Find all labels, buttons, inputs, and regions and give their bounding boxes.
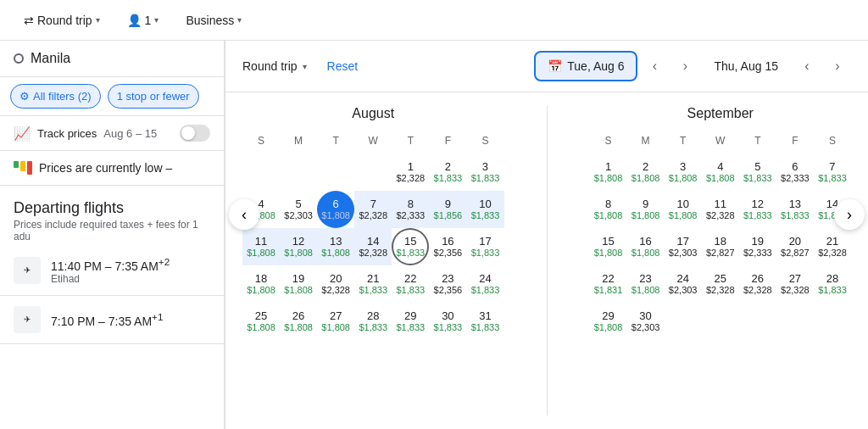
day-cell[interactable]: 27$2,328 xyxy=(776,265,814,303)
day-cell[interactable]: 19$1,808 xyxy=(280,265,317,303)
day-cell[interactable]: 26$2,328 xyxy=(739,265,776,303)
day-cell[interactable]: 15$1,808 xyxy=(590,228,627,265)
day-number: 27 xyxy=(789,272,801,286)
day-cell[interactable]: 6$1,808 xyxy=(317,191,354,228)
day-cell[interactable]: 1$2,328 xyxy=(392,153,429,191)
day-cell[interactable]: 29$1,808 xyxy=(590,303,627,340)
calendar-prev-button[interactable]: ‹ xyxy=(229,199,259,230)
day-cell[interactable]: 11$2,328 xyxy=(702,191,739,228)
departing-title: Departing flights xyxy=(14,199,210,217)
day-cell[interactable]: 29$1,833 xyxy=(392,303,429,340)
day-cell[interactable]: 25$1,808 xyxy=(242,303,280,340)
all-filters-button[interactable]: ⚙ All filters (2) xyxy=(10,84,101,109)
day-price: $2,328 xyxy=(818,248,847,259)
passengers-button[interactable]: 👤 1 ▾ xyxy=(117,8,170,32)
day-price: $1,833 xyxy=(471,322,500,333)
cal-trip-selector[interactable]: Round trip ▾ xyxy=(242,59,307,73)
day-cell[interactable]: 3$1,833 xyxy=(466,153,504,191)
day-cell[interactable]: 6$2,333 xyxy=(776,153,814,191)
day-cell[interactable]: 19$2,333 xyxy=(739,228,776,265)
day-cell[interactable]: 22$1,833 xyxy=(392,265,429,303)
day-cell[interactable]: 18$1,808 xyxy=(242,265,280,303)
filters-row: ⚙ All filters (2) 1 stop or fewer xyxy=(0,77,224,116)
day-cell[interactable]: 2$1,833 xyxy=(429,153,466,191)
day-cell[interactable]: 25$2,328 xyxy=(702,265,739,303)
trip-type-button[interactable]: ⇄ Round trip ▾ xyxy=(14,8,110,32)
date-to-prev[interactable]: ‹ xyxy=(793,53,821,80)
day-cell[interactable]: 3$1,808 xyxy=(665,153,702,191)
left-panel: Manila ⚙ All filters (2) 1 stop or fewer… xyxy=(0,41,225,429)
day-cell[interactable]: 24$2,303 xyxy=(665,265,702,303)
day-cell[interactable]: 23$1,808 xyxy=(627,265,665,303)
day-cell[interactable]: 30$1,833 xyxy=(429,303,466,340)
day-cell[interactable]: 28$1,833 xyxy=(814,265,851,303)
day-cell[interactable]: 20$2,328 xyxy=(317,265,354,303)
day-number: 4 xyxy=(258,198,264,211)
date-from-next[interactable]: › xyxy=(671,53,698,80)
track-prices-toggle[interactable] xyxy=(180,125,210,142)
day-cell[interactable]: 13$1,808 xyxy=(317,228,354,265)
calendar-next-button[interactable]: › xyxy=(834,199,865,230)
day-cell[interactable]: 4$1,808 xyxy=(702,153,739,191)
day-number: 24 xyxy=(676,272,688,286)
day-cell[interactable]: 15$1,833 xyxy=(392,228,429,265)
day-cell[interactable]: 28$1,833 xyxy=(354,303,392,340)
date-to-button[interactable]: Thu, Aug 15 xyxy=(702,53,790,80)
empty-cell xyxy=(354,153,392,191)
reset-button[interactable]: Reset xyxy=(327,59,359,73)
day-cell[interactable]: 7$2,328 xyxy=(354,191,392,228)
day-number: 25 xyxy=(715,272,726,286)
day-cell[interactable]: 21$2,328 xyxy=(814,228,851,265)
day-cell[interactable]: 17$1,833 xyxy=(466,228,504,265)
day-cell[interactable]: 23$2,356 xyxy=(429,265,466,303)
day-cell[interactable]: 14$2,328 xyxy=(354,228,392,265)
passengers-chevron: ▾ xyxy=(154,15,159,25)
day-cell[interactable]: 8$1,808 xyxy=(590,191,627,228)
day-cell[interactable]: 16$2,356 xyxy=(429,228,466,265)
calendar-divider xyxy=(547,106,548,415)
day-cell[interactable]: 12$1,808 xyxy=(280,228,317,265)
flight-time-1: 11:40 PM – 7:35 AM+2 xyxy=(51,256,210,273)
stop-filter-button[interactable]: 1 stop or fewer xyxy=(108,84,199,109)
date-to-next[interactable]: › xyxy=(824,53,851,80)
day-cell[interactable]: 24$1,833 xyxy=(466,265,504,303)
day-price: $2,328 xyxy=(706,285,735,296)
day-price: $1,833 xyxy=(471,173,500,184)
day-cell[interactable]: 9$1,856 xyxy=(429,191,466,228)
day-number: 11 xyxy=(715,198,726,211)
day-cell[interactable]: 10$1,833 xyxy=(466,191,504,228)
day-number: 24 xyxy=(479,272,491,286)
day-number: 1 xyxy=(408,160,414,174)
day-cell[interactable]: 1$1,808 xyxy=(590,153,627,191)
day-cell[interactable]: 13$1,833 xyxy=(776,191,814,228)
day-cell[interactable]: 9$1,808 xyxy=(627,191,665,228)
airline-logo-1: ✈ xyxy=(14,257,41,284)
day-cell[interactable]: 2$1,808 xyxy=(627,153,665,191)
day-cell[interactable]: 12$1,833 xyxy=(739,191,776,228)
day-cell[interactable]: 5$1,833 xyxy=(739,153,776,191)
day-cell[interactable]: 30$2,303 xyxy=(627,303,665,340)
day-cell[interactable]: 5$2,303 xyxy=(280,191,317,228)
day-cell[interactable]: 31$1,833 xyxy=(466,303,504,340)
day-cell[interactable]: 8$2,333 xyxy=(392,191,429,228)
day-cell[interactable]: 21$1,833 xyxy=(354,265,392,303)
weekday-header: T xyxy=(665,131,702,150)
day-cell[interactable]: 7$1,833 xyxy=(814,153,851,191)
day-cell[interactable]: 10$1,808 xyxy=(665,191,702,228)
day-cell[interactable]: 16$1,808 xyxy=(627,228,665,265)
day-cell[interactable]: 17$2,303 xyxy=(665,228,702,265)
date-from-prev[interactable]: ‹ xyxy=(641,53,668,80)
day-cell[interactable]: 18$2,827 xyxy=(702,228,739,265)
day-cell[interactable]: 26$1,808 xyxy=(280,303,317,340)
weekday-header: T xyxy=(392,131,429,150)
day-cell[interactable]: 27$1,808 xyxy=(317,303,354,340)
flight-item-1[interactable]: ✈ 11:40 PM – 7:35 AM+2 Etihad xyxy=(0,246,224,296)
day-number: 26 xyxy=(752,272,764,286)
day-cell[interactable]: 11$1,808 xyxy=(242,228,280,265)
date-from-button[interactable]: 📅 Tue, Aug 6 xyxy=(534,51,637,81)
flight-item-2[interactable]: ✈ 7:10 PM – 7:35 AM+1 xyxy=(0,296,224,344)
day-cell[interactable]: 20$2,827 xyxy=(776,228,814,265)
day-price: $2,333 xyxy=(781,173,810,184)
cabin-button[interactable]: Business ▾ xyxy=(175,8,252,32)
day-cell[interactable]: 22$1,831 xyxy=(590,265,627,303)
